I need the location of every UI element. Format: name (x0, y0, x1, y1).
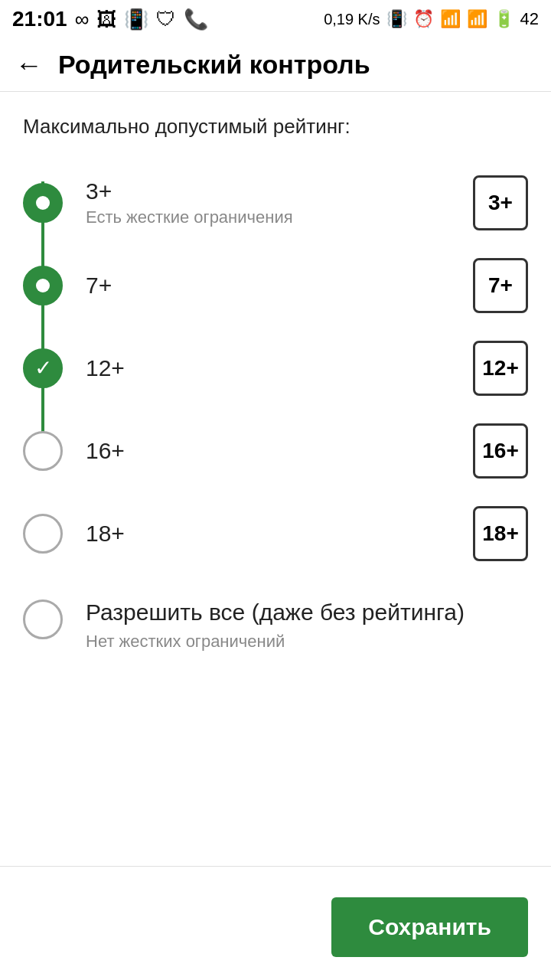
radio-18plus (23, 514, 63, 554)
signal-icon: 📶 (467, 9, 487, 29)
action-bar: Сохранить (0, 882, 551, 980)
option-16plus[interactable]: 16+ 16+ (23, 410, 528, 492)
bottom-divider (0, 866, 551, 867)
text-all: Разрешить все (даже без рейтинга) Нет же… (86, 596, 465, 652)
option-12plus-left: ✓ 12+ (23, 348, 125, 388)
main-content: Максимально допустимый рейтинг: 3+ Есть … (0, 92, 551, 866)
label-all: Разрешить все (даже без рейтинга) (86, 596, 465, 629)
option-12plus[interactable]: ✓ 12+ 12+ (23, 327, 528, 410)
radio-7plus (23, 266, 63, 305)
top-bar: ← Родительский контроль (0, 38, 551, 92)
sublabel-3plus: Есть жесткие ограничения (86, 207, 293, 227)
badge-16plus: 16+ (473, 423, 528, 479)
option-3plus[interactable]: 3+ Есть жесткие ограничения 3+ (23, 162, 528, 244)
section-label: Максимально допустимый рейтинг: (23, 115, 528, 139)
options-list: 3+ Есть жесткие ограничения 3+ 7+ 7+ (23, 162, 528, 665)
status-left: 21:01 ∞ 🖼 📳 🛡 📞 (12, 7, 208, 31)
status-time: 21:01 (12, 7, 67, 31)
image-icon: 🖼 (96, 8, 116, 31)
back-button[interactable]: ← (15, 51, 43, 79)
label-12plus: 12+ (86, 355, 125, 381)
wifi-icon: 📶 (440, 9, 461, 29)
option-all-left: Разрешить все (даже без рейтинга) Нет же… (23, 596, 465, 652)
badge-7plus: 7+ (473, 258, 528, 313)
battery-level: 42 (520, 9, 539, 29)
infinity-icon: ∞ (75, 8, 90, 31)
radio-12plus: ✓ (23, 348, 63, 388)
dot-7plus (36, 279, 50, 292)
option-18plus[interactable]: 18+ 18+ (23, 492, 528, 575)
battery-icon: 🔋 (494, 9, 514, 29)
label-16plus: 16+ (86, 438, 125, 464)
text-18plus: 18+ (86, 521, 125, 547)
phone-icon: 📞 (184, 8, 208, 31)
label-3plus: 3+ (86, 178, 293, 204)
text-3plus: 3+ Есть жесткие ограничения (86, 178, 293, 227)
alarm-icon: ⏰ (413, 9, 434, 29)
label-7plus: 7+ (86, 273, 112, 299)
badge-18plus: 18+ (473, 506, 528, 561)
status-right: 0,19 K/s 📳 ⏰ 📶 📶 🔋 42 (324, 9, 539, 29)
vibrate-icon: 📳 (386, 9, 407, 29)
badge-3plus: 3+ (473, 175, 528, 230)
text-16plus: 16+ (86, 438, 125, 464)
radio-16plus (23, 431, 63, 471)
option-7plus-left: 7+ (23, 266, 112, 305)
save-button[interactable]: Сохранить (331, 897, 528, 957)
option-18plus-left: 18+ (23, 514, 125, 554)
status-bar: 21:01 ∞ 🖼 📳 🛡 📞 0,19 K/s 📳 ⏰ 📶 📶 🔋 42 (0, 0, 551, 38)
page-title: Родительский контроль (58, 50, 370, 80)
badge-12plus: 12+ (473, 341, 528, 396)
text-7plus: 7+ (86, 273, 112, 299)
sim-icon: 📳 (124, 8, 148, 31)
radio-3plus (23, 183, 63, 223)
network-speed: 0,19 K/s (324, 11, 380, 28)
sublabel-all: Нет жестких ограничений (86, 632, 465, 652)
dot-3plus (36, 196, 50, 210)
shield-icon: 🛡 (156, 8, 176, 31)
text-12plus: 12+ (86, 355, 125, 381)
option-7plus[interactable]: 7+ 7+ (23, 244, 528, 327)
label-18plus: 18+ (86, 521, 125, 547)
option-all[interactable]: Разрешить все (даже без рейтинга) Нет же… (23, 575, 528, 665)
option-16plus-left: 16+ (23, 431, 125, 471)
radio-all (23, 599, 63, 639)
checkmark-12plus: ✓ (34, 358, 52, 379)
option-3plus-left: 3+ Есть жесткие ограничения (23, 178, 293, 227)
